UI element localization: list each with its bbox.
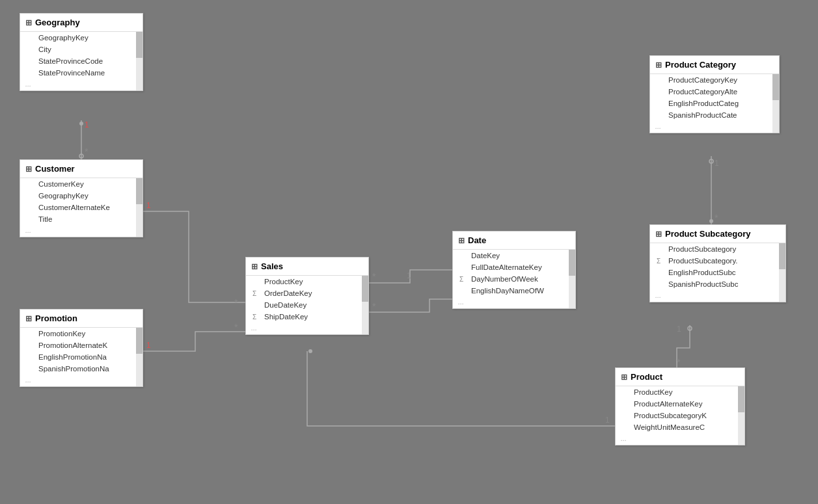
table-geography-title: Geography [35,18,80,27]
field-productsubcatkey: ProductSubcategory [650,243,785,255]
field-productalternatekey: ProductAlternateKey [616,398,744,410]
field-productcategoryalt: ProductCategoryAlte [650,86,779,98]
table-productcategory-header: ⊞ Product Category [650,56,779,74]
table-productsubcategory-header: ⊞ Product Subcategory [650,225,785,243]
table-date-body: DateKey FullDateAlternateKey Σ DayNumber… [453,250,575,308]
svg-text:*: * [677,357,681,367]
field-orderdatekey: Σ OrderDateKey [246,287,368,299]
table-product-body: ProductKey ProductAlternateKey ProductSu… [616,386,744,445]
table-promotion: ⊞ Promotion PromotionKey PromotionAltern… [20,309,143,387]
table-productcategory-title: Product Category [665,60,736,70]
table-promotion-title: Promotion [35,313,77,323]
svg-text:*: * [85,146,89,157]
table-promotion-body: PromotionKey PromotionAlternateK English… [20,328,143,386]
table-grid-icon5: ⊞ [458,236,465,245]
svg-text:1: 1 [85,120,89,129]
table-promotion-header: ⊞ Promotion [20,310,143,328]
table-product-title: Product [631,372,662,382]
table-product-header: ⊞ Product [616,368,744,386]
svg-point-14 [709,219,713,223]
svg-text:*: * [372,301,376,312]
svg-point-13 [709,159,713,163]
field-customeralternate: CustomerAlternateKe [20,202,143,213]
field-productcategorykey: ProductCategoryKey [650,74,779,86]
field-englishproductcateg: EnglishProductCateg [650,98,779,109]
table-geography: ⊞ Geography GeographyKey City StateProvi… [20,13,143,91]
svg-text:*: * [715,213,718,223]
table-sales: ⊞ Sales ProductKey Σ OrderDateKey DueDat… [245,257,369,335]
svg-text:1: 1 [715,159,719,168]
table-productsubcategory-body: ProductSubcategory Σ ProductSubcategory.… [650,243,785,302]
table-date-title: Date [468,235,486,245]
field-product-productkey: ProductKey [616,386,744,398]
svg-text:1: 1 [146,341,151,350]
table-grid-icon8: ⊞ [621,373,627,382]
table-productcategory: ⊞ Product Category ProductCategoryKey Pr… [649,55,780,133]
product-more-fields: ... [616,433,744,445]
svg-text:1: 1 [677,325,681,334]
field-datekey: DateKey [453,250,575,261]
table-customer: ⊞ Customer CustomerKey GeographyKey Cust… [20,159,143,237]
field-geographykey: GeographyKey [20,32,143,44]
field-productkey: ProductKey [246,276,368,287]
table-sales-title: Sales [261,261,283,271]
field-daynumberofweek: Σ DayNumberOfWeek [453,273,575,285]
field-weightunitmeasure: WeightUnitMeasureC [616,421,744,433]
table-date-header: ⊞ Date [453,232,575,250]
table-geography-body: GeographyKey City StateProvinceCode Stat… [20,32,143,90]
field-customerkey: CustomerKey [20,178,143,190]
table-customer-title: Customer [35,164,75,174]
field-stateprovincename: StateProvinceName [20,67,143,79]
table-grid-icon6: ⊞ [655,60,662,70]
table-sales-body: ProductKey Σ OrderDateKey DueDateKey Σ S… [246,276,368,334]
productcategory-more-fields: ... [650,121,779,133]
field-city: City [20,44,143,55]
svg-text:1: 1 [146,201,151,210]
table-grid-icon3: ⊞ [25,314,32,323]
table-grid-icon7: ⊞ [655,230,662,239]
diagram-canvas: 1 * 1 * 1 * 1 * * 1 * 1 * 1 ⊞ [0,0,818,504]
field-promotionalternate: PromotionAlternateK [20,339,143,351]
field-englishpromotion: EnglishPromotionNa [20,351,143,363]
field-title: Title [20,213,143,225]
field-fulldatealternatekey: FullDateAlternateKey [453,261,575,273]
svg-text:1: 1 [407,271,411,280]
field-shipdatekey: Σ ShipDateKey [246,311,368,323]
table-productsubcategory-title: Product Subcategory [665,229,750,239]
table-geography-header: ⊞ Geography [20,14,143,32]
field-spanishproductcate: SpanishProductCate [650,109,779,121]
geography-more-fields: ... [20,79,143,90]
svg-point-2 [79,154,83,158]
date-more-fields: ... [453,297,575,308]
field-promotionkey: PromotionKey [20,328,143,339]
svg-text:*: * [372,271,376,282]
table-grid-icon4: ⊞ [251,262,258,271]
field-productsubcatalt: Σ ProductSubcategory. [650,255,785,267]
table-grid-icon2: ⊞ [25,165,32,174]
svg-text:*: * [234,297,238,308]
table-productcategory-body: ProductCategoryKey ProductCategoryAlte E… [650,74,779,133]
table-date: ⊞ Date DateKey FullDateAlternateKey Σ Da… [452,231,576,309]
table-productsubcategory: ⊞ Product Subcategory ProductSubcategory… [649,224,786,302]
table-customer-header: ⊞ Customer [20,160,143,178]
promotion-more-fields: ... [20,375,143,386]
svg-text:1: 1 [605,416,610,425]
field-englishproductsubc: EnglishProductSubc [650,267,785,278]
productsubcategory-more-fields: ... [650,290,785,302]
table-customer-body: CustomerKey GeographyKey CustomerAlterna… [20,178,143,237]
svg-point-17 [688,326,692,330]
table-grid-icon: ⊞ [25,18,32,27]
table-sales-header: ⊞ Sales [246,258,368,276]
svg-point-21 [308,349,312,353]
sales-more-fields: ... [246,323,368,334]
table-product: ⊞ Product ProductKey ProductAlternateKey… [615,367,745,445]
field-duedatekey: DueDateKey [246,299,368,311]
field-stateprovincecode: StateProvinceCode [20,55,143,67]
customer-more-fields: ... [20,225,143,237]
field-productsubcategoryk: ProductSubcategoryK [616,410,744,421]
field-englishdayname: EnglishDayNameOfW [453,285,575,297]
field-spanishpromotion: SpanishPromotionNa [20,363,143,375]
svg-text:*: * [234,322,238,332]
field-spanishproductsubc: SpanishProductSubc [650,278,785,290]
field-customer-geographykey: GeographyKey [20,190,143,202]
